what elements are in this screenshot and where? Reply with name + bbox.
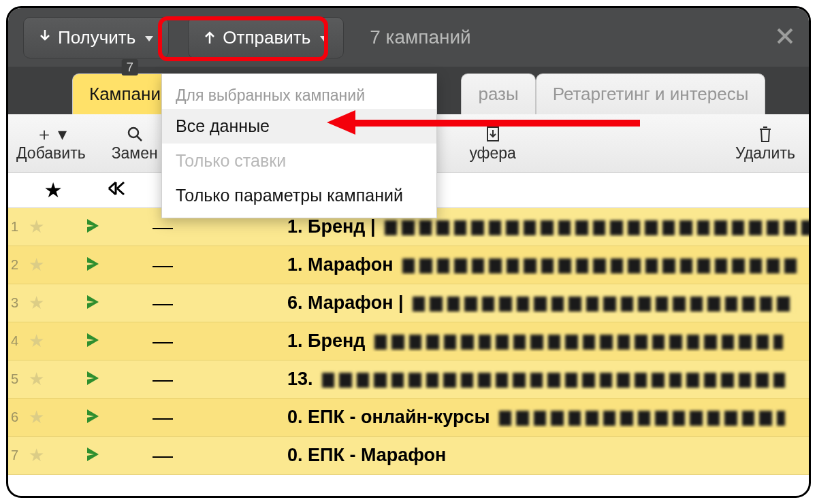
clipboard-icon <box>485 124 500 144</box>
tab-label: разы <box>478 84 518 104</box>
receive-button[interactable]: Получить <box>23 17 169 58</box>
send-dropdown: Для выбранных кампаний Все данные Только… <box>161 73 437 218</box>
row-number: — <box>153 368 287 391</box>
table-row[interactable]: 4 ★ — 1. Бренд <box>8 322 809 360</box>
tool-label: Замен <box>112 144 158 163</box>
tab-retargeting[interactable]: Ретаргетинг и интересы <box>536 73 766 114</box>
table-row[interactable]: 5 ★ — 13. <box>8 360 809 399</box>
tab-label: Ретаргетинг и интересы <box>553 84 749 104</box>
row-index: 7 <box>8 448 26 463</box>
replace-button[interactable]: Замен <box>103 124 166 163</box>
tool-label: Добавить <box>16 144 86 163</box>
chevron-down-icon <box>145 31 153 45</box>
row-name: 0. ЕПК - Марафон <box>287 445 809 466</box>
row-index: 6 <box>8 409 26 425</box>
upload-icon <box>204 27 216 48</box>
row-name: 1. Бренд <box>287 331 809 352</box>
chevron-down-icon <box>320 31 328 45</box>
tool-label: уфера <box>469 144 516 163</box>
row-name: 0. ЕПК - онлайн-курсы <box>287 407 809 428</box>
star-icon[interactable]: ★ <box>26 369 87 390</box>
plus-icon: ＋ ▾ <box>35 124 67 144</box>
dropdown-item-only-params[interactable]: Только параметры кампаний <box>162 178 436 218</box>
table-body: 1 ★ — 1. Бренд | 2 ★ — 1. Марафон 3 ★ — … <box>8 208 809 475</box>
add-button[interactable]: ＋ ▾ Добавить <box>16 124 86 163</box>
row-index: 3 <box>8 295 26 311</box>
table-row[interactable]: 7 ★ — 0. ЕПК - Марафон <box>8 437 809 475</box>
row-number: — <box>153 292 287 315</box>
send-status-icon <box>87 292 153 314</box>
send-label: Отправить <box>223 27 310 48</box>
row-name: 1. Марафон <box>287 254 809 275</box>
table-row[interactable]: 6 ★ — 0. ЕПК - онлайн-курсы <box>8 399 809 437</box>
star-icon[interactable]: ★ <box>26 331 87 352</box>
tab-phrases[interactable]: разы <box>461 73 535 114</box>
send-status-icon <box>87 331 153 352</box>
row-number: — <box>153 330 287 353</box>
svg-point-0 <box>129 128 138 137</box>
delete-button[interactable]: Удалить <box>734 124 797 163</box>
row-index: 5 <box>8 371 26 387</box>
star-icon[interactable]: ★ <box>26 445 87 466</box>
row-index: 2 <box>8 257 26 273</box>
dropdown-heading: Для выбранных кампаний <box>162 74 436 109</box>
tab-label: Кампании <box>89 84 170 104</box>
send-status-icon <box>87 445 153 466</box>
star-column-icon[interactable]: ★ <box>45 180 106 201</box>
send-button[interactable]: Отправить <box>188 17 344 58</box>
row-number: — <box>153 254 287 277</box>
close-icon[interactable] <box>776 25 794 50</box>
row-index: 1 <box>8 219 26 235</box>
row-number: — <box>153 406 287 429</box>
tab-badge: 7 <box>121 59 138 75</box>
star-icon[interactable]: ★ <box>26 254 87 275</box>
search-icon <box>127 124 143 144</box>
receive-label: Получить <box>58 27 135 48</box>
table-row[interactable]: 2 ★ — 1. Марафон <box>8 246 809 284</box>
row-name: 1. Бренд | <box>287 216 809 237</box>
dropdown-item-all-data[interactable]: Все данные <box>162 109 436 144</box>
star-icon[interactable]: ★ <box>26 292 87 314</box>
row-number: — <box>153 216 287 239</box>
star-icon[interactable]: ★ <box>26 216 87 237</box>
send-status-icon <box>87 369 153 390</box>
campaign-count: 7 кампаний <box>363 27 471 48</box>
download-icon <box>39 27 51 48</box>
send-status-icon <box>87 216 153 237</box>
send-status-icon <box>87 254 153 275</box>
trash-icon <box>758 124 773 144</box>
row-name: 6. Марафон | <box>287 292 809 314</box>
clipboard-button[interactable]: уфера <box>462 124 524 163</box>
star-icon[interactable]: ★ <box>26 407 87 428</box>
row-name: 13. <box>287 369 809 390</box>
send-status-icon <box>87 407 153 428</box>
row-index: 4 <box>8 333 26 349</box>
table-row[interactable]: 3 ★ — 6. Марафон | <box>8 284 809 322</box>
top-bar: Получить Отправить 7 кампаний <box>8 8 809 67</box>
dropdown-item-only-bids: Только ставки <box>162 144 436 178</box>
row-number: — <box>153 444 287 467</box>
tool-label: Удалить <box>735 144 795 163</box>
